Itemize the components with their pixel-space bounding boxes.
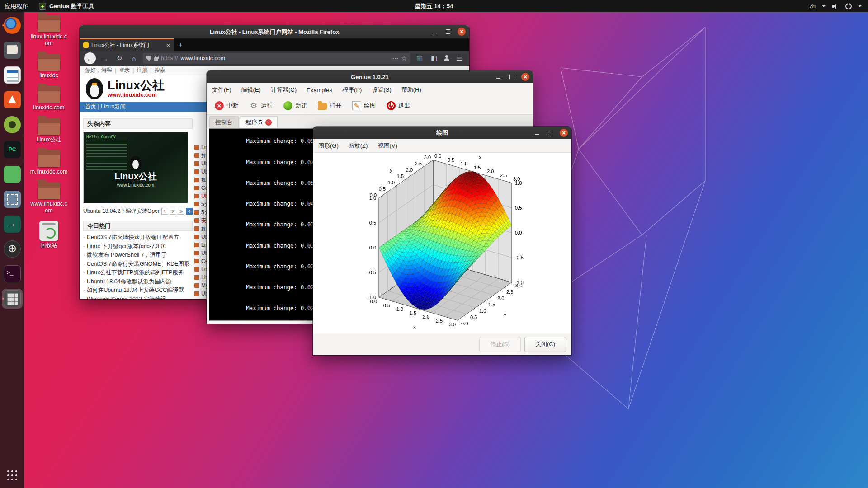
hamburger-menu-icon[interactable] (454, 54, 465, 62)
hot-item-6[interactable]: 如何在Ubuntu 18.04上安装GCC编译器 (83, 286, 193, 295)
dock-item-web[interactable] (2, 239, 23, 259)
input-method-indicator[interactable]: zh (809, 3, 816, 9)
dock-item-remmina[interactable] (2, 115, 23, 135)
volume-icon[interactable] (832, 3, 839, 9)
hot-item-1[interactable]: Linux 下升级gcc版本(gcc-7.3.0) (83, 242, 193, 251)
desktop-icon-folder-www-linuxidc-com[interactable]: www.linuxidc.com (28, 182, 70, 214)
desktop-icon-folder-linux-gongshe[interactable]: Linux公社 (28, 118, 70, 143)
minimize-button[interactable] (494, 73, 502, 81)
firefox-titlebar[interactable]: Linux公社 - Linux系统门户网站 - Mozilla Firefox (80, 25, 469, 38)
genius-menu-3[interactable]: Examples (307, 87, 332, 94)
genius-menu-0[interactable]: 文件(F) (212, 86, 231, 94)
plot-menu-2[interactable]: 视图(V) (377, 142, 397, 150)
genius-menu-5[interactable]: 设置(S) (372, 86, 391, 94)
desktop-icon-folder-m-linuxidc-com[interactable]: m.linuxidc.com (28, 150, 70, 175)
dock-item-files[interactable] (2, 40, 23, 60)
dock-item-xpad[interactable] (2, 164, 23, 184)
genius-menu-1[interactable]: 编辑(E) (241, 86, 261, 94)
plot-button-close[interactable]: 关闭(C) (524, 337, 566, 352)
desktop-icon-trash[interactable]: 回收站 (28, 221, 70, 249)
surface-plot-canvas[interactable] (313, 153, 571, 333)
dock-item-firefox[interactable] (2, 15, 23, 35)
app-icon (4, 66, 21, 84)
page-actions-icon[interactable] (392, 55, 398, 62)
hot-item-5[interactable]: Ubuntu 18.04修改默认源为国内源 (83, 277, 193, 286)
library-icon[interactable] (414, 54, 425, 62)
tab-close-icon[interactable] (265, 119, 272, 126)
toolbar-icon (318, 103, 327, 110)
reload-button[interactable] (114, 54, 125, 62)
close-button[interactable] (458, 28, 466, 36)
article-caption[interactable]: Ubuntu 18.04.2下编译安装OpenCV... (83, 207, 161, 215)
list-bullet-icon (194, 251, 199, 255)
dock-item-screenshot[interactable] (2, 189, 23, 209)
maximize-button[interactable] (546, 129, 554, 137)
home-button[interactable] (128, 55, 139, 62)
genius-tool-plot[interactable]: 绘图 (348, 99, 380, 112)
show-applications-button[interactable] (3, 466, 21, 484)
plot-titlebar[interactable]: 绘图 (313, 127, 571, 139)
close-button[interactable] (521, 73, 529, 81)
genius-menu-4[interactable]: 程序(P) (342, 86, 362, 94)
minimize-button[interactable] (533, 129, 541, 137)
dock-item-calculator[interactable] (2, 289, 23, 309)
desktop-icon-folder-linuxidc-com[interactable]: linuxidc.com (28, 86, 70, 111)
desktop-icon-folder-linuxidc[interactable]: linuxidc (28, 54, 70, 79)
dock-item-deploy[interactable] (2, 214, 23, 234)
url-bar[interactable]: https:// www.linuxidc.com (143, 53, 410, 64)
genius-menu-2[interactable]: 计算器(C) (271, 86, 297, 94)
plot-button-stop[interactable]: 停止(S) (479, 337, 521, 352)
bookmark-star-icon[interactable] (401, 55, 407, 62)
pager-page-3[interactable]: 3 (178, 208, 184, 215)
genius-tab-console[interactable]: 控制台 (209, 116, 239, 128)
tracking-shield-icon[interactable] (146, 56, 151, 61)
genius-tool-exit[interactable]: 退出 (382, 99, 415, 112)
tab-close-icon[interactable] (166, 42, 170, 49)
back-button[interactable] (84, 52, 96, 64)
hot-item-4[interactable]: Linux公社下载FTP资源的请到FTP服务 (83, 268, 193, 277)
dock-item-pycharm[interactable] (2, 140, 23, 160)
toolbar-icon (387, 101, 396, 110)
login-link[interactable]: 登录 (119, 66, 130, 74)
app-icon (4, 116, 21, 133)
genius-menu-6[interactable]: 帮助(H) (401, 86, 421, 94)
genius-titlebar[interactable]: Genius 1.0.21 (207, 70, 533, 83)
hot-item-0[interactable]: CentOS 7防火墙快速开放端口配置方 (83, 233, 193, 242)
pager-page-2[interactable]: 2 (170, 208, 176, 215)
desktop-icon-folder-linux-linuxidc-com[interactable]: linux.linuxidc.com (28, 15, 70, 47)
genius-tab-program-5[interactable]: 程序 5 (240, 116, 278, 128)
genius-tool-new[interactable]: 新建 (279, 99, 311, 112)
new-tab-button[interactable]: + (174, 39, 187, 51)
article-thumbnail[interactable]: Hello OpenCV Linux公社 www.Linuxidc.com (83, 132, 188, 203)
register-link[interactable]: 注册 (137, 66, 147, 74)
clock[interactable]: 星期五 14：54 (0, 2, 868, 10)
dock-item-writer[interactable] (2, 65, 23, 85)
pager-page-1[interactable]: 1 (161, 208, 168, 215)
hot-item-7[interactable]: Windows Server 2012 安装笔记 (83, 295, 193, 300)
close-button[interactable] (560, 129, 568, 137)
dock-item-software[interactable] (2, 90, 23, 110)
forward-button[interactable] (99, 55, 110, 62)
tab-linuxidc[interactable]: Linux公社 - Linux系统门 (80, 38, 174, 51)
dock-item-terminal[interactable] (2, 264, 23, 284)
plot-menu-0[interactable]: 图形(G) (318, 142, 339, 150)
minimize-button[interactable] (430, 28, 439, 36)
activities-button[interactable]: 应用程序 (5, 2, 28, 10)
focused-app-menu[interactable]: Genius 数学工具 (39, 2, 94, 10)
firefox-tab-bar: Linux公社 - Linux系统门 + (80, 38, 469, 51)
hot-item-3[interactable]: CentOS 7命令行安装GNOME、KDE图形 (83, 260, 193, 269)
power-icon[interactable] (845, 3, 852, 9)
genius-tool-interrupt[interactable]: 中断 (210, 99, 243, 112)
maximize-button[interactable] (444, 28, 452, 36)
hot-item-2[interactable]: 微软发布 PowerShell 7，适用于 (83, 251, 193, 260)
genius-tool-run[interactable]: 运行 (245, 99, 277, 112)
genius-tool-open[interactable]: 打开 (313, 99, 346, 112)
pager-page-4[interactable]: 4 (186, 208, 193, 215)
maximize-button[interactable] (508, 73, 516, 81)
sidebar-icon[interactable] (429, 54, 439, 62)
lock-icon[interactable] (154, 57, 158, 61)
account-icon[interactable] (443, 55, 450, 62)
plot-menu-1[interactable]: 缩放(Z) (349, 142, 368, 150)
system-menu-chevron-icon[interactable] (858, 5, 862, 7)
search-link[interactable]: 搜索 (154, 66, 165, 74)
